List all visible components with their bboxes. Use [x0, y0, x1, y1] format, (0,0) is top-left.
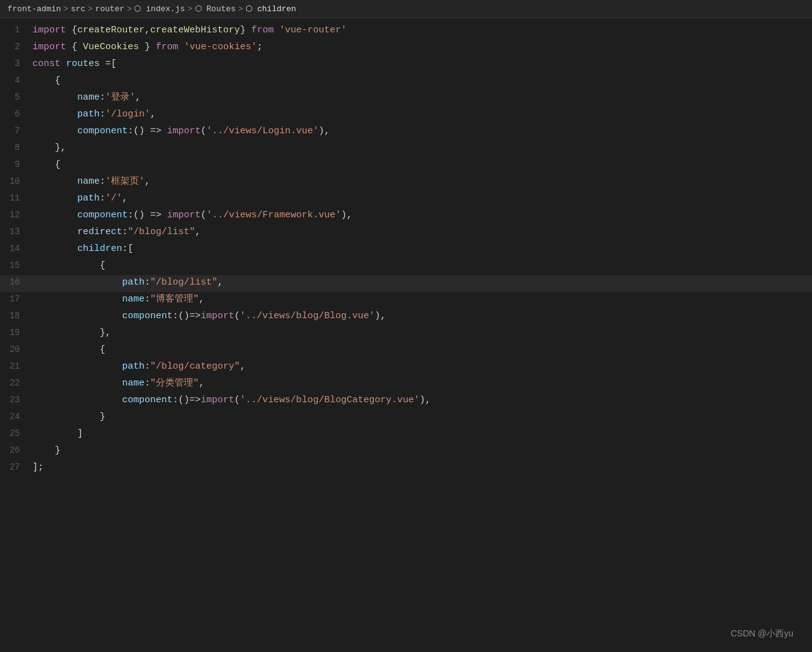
code-line: 27 ];: [0, 460, 812, 477]
code-line: 11 path:'/',: [0, 191, 812, 208]
breadcrumb-item: router: [95, 4, 125, 14]
code-line: 21 path:"/blog/category",: [0, 359, 812, 376]
code-line: 7 component:() => import('../views/Login…: [0, 124, 812, 141]
code-line: 19 },: [0, 326, 812, 343]
code-line: 3 const routes =[: [0, 57, 812, 73]
watermark: CSDN @小西yu: [730, 628, 793, 640]
breadcrumb: front-admin > src > router > ⬡ index.js …: [0, 0, 812, 18]
breadcrumb-item active: ⬡ children: [246, 4, 296, 14]
code-line: 22 name:"分类管理",: [0, 376, 812, 393]
breadcrumb-item: src: [71, 4, 85, 14]
editor-container: front-admin > src > router > ⬡ index.js …: [0, 0, 812, 652]
code-line: 15 {: [0, 258, 812, 275]
code-line: 10 name:'框架页',: [0, 174, 812, 191]
breadcrumb-item: front-admin: [7, 4, 61, 14]
code-line: 17 name:"博客管理",: [0, 292, 812, 309]
code-line: 12 component:() => import('../views/Fram…: [0, 208, 812, 225]
code-line: 13 redirect:"/blog/list",: [0, 225, 812, 242]
code-line: 4 {: [0, 73, 812, 90]
code-line: 23 component:()=>import('../views/blog/B…: [0, 393, 812, 410]
code-line: 20 {: [0, 343, 812, 359]
code-line: 8 },: [0, 141, 812, 158]
breadcrumb-item: ⬡ index.js: [134, 4, 184, 14]
code-line: 14 children:[: [0, 242, 812, 258]
code-line: 26 }: [0, 443, 812, 460]
code-line: 1 import {createRouter,createWebHistory}…: [0, 23, 812, 40]
code-line: 6 path:'/login',: [0, 107, 812, 124]
code-line: 18 component:()=>import('../views/blog/B…: [0, 309, 812, 326]
code-line: 25 ]: [0, 427, 812, 443]
code-line: 2 import { VueCookies } from 'vue-cookie…: [0, 40, 812, 57]
code-line: 24 }: [0, 410, 812, 427]
code-line: 5 name:'登录',: [0, 90, 812, 107]
code-line: 16 path:"/blog/list",: [0, 275, 812, 292]
code-area: 1 import {createRouter,createWebHistory}…: [0, 18, 812, 482]
breadcrumb-item: ⬡ Routes: [195, 4, 236, 14]
code-line: 9 {: [0, 158, 812, 174]
